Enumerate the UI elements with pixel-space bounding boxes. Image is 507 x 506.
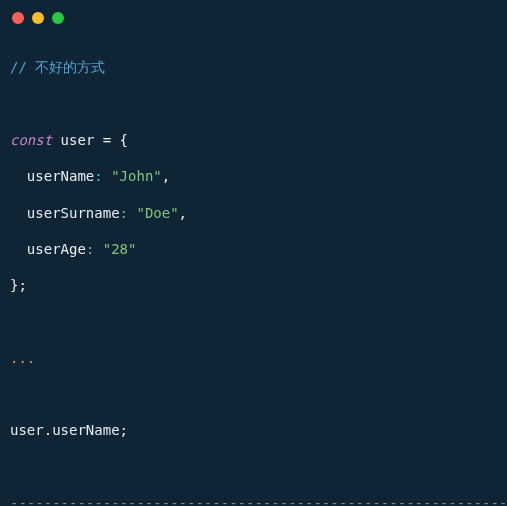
ident-user: user bbox=[61, 132, 95, 148]
maximize-icon[interactable] bbox=[52, 12, 64, 24]
prop-key: userSurname bbox=[27, 205, 120, 221]
window-titlebar bbox=[0, 0, 507, 30]
ellipsis: ... bbox=[10, 350, 35, 366]
semi: ; bbox=[120, 422, 128, 438]
colon: : bbox=[94, 168, 102, 184]
minimize-icon[interactable] bbox=[32, 12, 44, 24]
section-divider: ----------------------------------------… bbox=[10, 495, 507, 506]
comma: , bbox=[162, 168, 170, 184]
close-brace: }; bbox=[10, 277, 27, 293]
close-icon[interactable] bbox=[12, 12, 24, 24]
open-brace: = { bbox=[94, 132, 128, 148]
prop-key: userAge bbox=[27, 241, 86, 257]
comma: , bbox=[179, 205, 187, 221]
keyword-const: const bbox=[10, 132, 52, 148]
code-block: // 不好的方式 const user = { userName: "John"… bbox=[0, 30, 507, 506]
usage-prop: userName bbox=[52, 422, 119, 438]
usage-obj: user bbox=[10, 422, 44, 438]
dot: . bbox=[44, 422, 52, 438]
prop-value: "28" bbox=[103, 241, 137, 257]
prop-value: "Doe" bbox=[136, 205, 178, 221]
colon: : bbox=[120, 205, 128, 221]
prop-key: userName bbox=[27, 168, 94, 184]
comment-bad: // 不好的方式 bbox=[10, 59, 105, 75]
prop-value: "John" bbox=[111, 168, 162, 184]
colon: : bbox=[86, 241, 94, 257]
